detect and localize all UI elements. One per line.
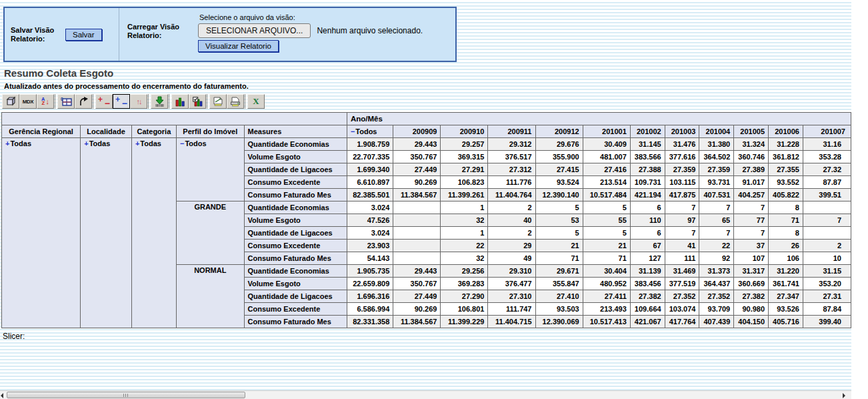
measure-cell[interactable]: Consumo Faturado Mes — [244, 252, 347, 265]
drill-member-icon: +− — [98, 96, 110, 107]
measure-cell[interactable]: Quantidade de Ligacoes — [244, 163, 347, 176]
mdx-icon: MDX — [23, 99, 33, 105]
pivot-table-container: Ano/MêsGerência RegionalLocalidadeCatego… — [1, 112, 851, 328]
swap-axes-button[interactable] — [75, 94, 92, 109]
measure-cell[interactable]: Consumo Excedente — [244, 303, 347, 316]
measure-cell[interactable]: Quantidade de Ligacoes — [244, 290, 347, 303]
value-cell: 31.16 — [803, 138, 851, 151]
measure-cell[interactable]: Quantidade Economias — [244, 202, 347, 214]
drill-marker-icon[interactable]: − — [351, 127, 355, 135]
value-cell: 350.767 — [393, 151, 441, 163]
pivot-table: Ano/MêsGerência RegionalLocalidadeCatego… — [1, 112, 851, 328]
value-cell: 87.87 — [803, 176, 851, 189]
page-subtitle: Atualizado antes do processamento do enc… — [4, 82, 249, 90]
drill-replace-icon: ↑↓ — [137, 97, 141, 105]
value-cell: 350.767 — [393, 278, 441, 290]
column-member: 200911 — [488, 125, 535, 138]
drill-marker-icon[interactable]: + — [5, 139, 9, 147]
measure-cell[interactable]: Consumo Faturado Mes — [244, 189, 347, 202]
value-cell: 87.84 — [803, 303, 851, 316]
value-cell: 27.449 — [393, 163, 441, 176]
value-cell: 55 — [583, 214, 630, 227]
show-chart-button[interactable] — [171, 94, 189, 109]
measure-cell[interactable]: Consumo Excedente — [244, 240, 347, 252]
toolbar-separator — [148, 94, 150, 109]
value-cell: 7 — [734, 227, 769, 240]
olap-navigator-button[interactable] — [2, 94, 19, 109]
perfil-member-cell[interactable]: −Todos — [176, 138, 244, 202]
row-member-cell[interactable]: +Todas — [131, 138, 176, 328]
value-cell: 37 — [734, 240, 769, 252]
value-cell: 29.310 — [488, 265, 535, 278]
drill-marker-icon[interactable]: + — [135, 139, 139, 147]
save-section: Salvar Visão Relatorio: Salvar — [5, 8, 119, 61]
value-cell: 417.875 — [665, 189, 699, 202]
measure-cell[interactable]: Quantidade Economias — [244, 138, 347, 151]
column-member: 201004 — [699, 125, 734, 138]
drill-marker-icon[interactable]: − — [180, 139, 184, 147]
value-cell: 27.359 — [699, 163, 734, 176]
perfil-member-cell[interactable]: GRANDE — [176, 202, 244, 265]
chart-config-icon — [193, 97, 203, 107]
save-button[interactable]: Salvar — [65, 29, 102, 41]
measure-cell[interactable]: Quantidade Economias — [244, 265, 347, 278]
value-cell: 93.524 — [535, 176, 583, 189]
view-report-button[interactable]: Visualizar Relatorio — [198, 40, 279, 52]
value-cell: 27.416 — [583, 163, 630, 176]
value-cell: 5 — [583, 227, 630, 240]
value-cell: 6.610.897 — [347, 176, 393, 189]
scroll-right-arrow-icon[interactable] — [843, 393, 845, 398]
value-cell: 54.143 — [347, 252, 393, 265]
chart-config-button[interactable] — [189, 94, 206, 109]
value-cell: 213.514 — [583, 176, 630, 189]
scrollbar-thumb[interactable] — [7, 392, 245, 398]
measure-cell[interactable]: Quantidade de Ligacoes — [244, 227, 347, 240]
horizontal-scrollbar[interactable] — [0, 390, 851, 399]
value-cell: 353.20 — [803, 278, 851, 290]
sort-button[interactable]: AZ ↓ — [37, 94, 54, 109]
value-cell: 7 — [734, 202, 769, 214]
view-form: Salvar Visão Relatorio: Salvar Carregar … — [3, 7, 457, 62]
scroll-left-arrow-icon[interactable] — [1, 393, 3, 398]
drill-member-button[interactable]: +− — [95, 94, 113, 109]
perfil-member-cell[interactable]: NORMAL — [176, 265, 244, 328]
value-cell: 27.290 — [441, 290, 488, 303]
measure-cell[interactable]: Consumo Excedente — [244, 176, 347, 189]
value-cell: 27.382 — [734, 290, 769, 303]
column-member-total[interactable]: −Todos — [347, 125, 393, 138]
show-parent-members-button[interactable]: 0 — [57, 94, 75, 109]
measure-cell[interactable]: Volume Esgoto — [244, 214, 347, 227]
row-member-cell[interactable]: +Todas — [81, 138, 132, 328]
value-cell: 27.31 — [803, 290, 851, 303]
value-cell: 8 — [769, 202, 803, 214]
drill-position-button[interactable]: +− — [113, 94, 130, 109]
value-cell: 22.707.335 — [347, 151, 393, 163]
print-config-icon — [213, 97, 223, 107]
mdx-editor-button[interactable]: MDX — [19, 94, 37, 109]
value-cell — [393, 252, 441, 265]
excel-icon: X — [253, 96, 259, 107]
value-cell: 27.310 — [488, 290, 535, 303]
value-cell: 417.764 — [665, 316, 699, 328]
column-member: 201002 — [630, 125, 665, 138]
row-member-cell[interactable]: +Todas — [2, 138, 81, 328]
value-cell: 11.384.567 — [393, 316, 441, 328]
load-section: Carregar Visão Relatorio: Selecione o ar… — [119, 8, 423, 61]
table-row: +Todas+Todas+Todas−TodosQuantidade Econo… — [2, 138, 851, 151]
measure-cell[interactable]: Consumo Faturado Mes — [244, 316, 347, 328]
print-config-button[interactable] — [209, 94, 227, 109]
value-cell: 213.493 — [583, 303, 630, 316]
select-file-button[interactable]: SELECIONAR ARQUIVO... — [198, 23, 311, 38]
print-button[interactable] — [227, 94, 244, 109]
measure-cell[interactable]: Volume Esgoto — [244, 151, 347, 163]
export-excel-button[interactable]: X — [247, 94, 265, 109]
drill-through-button[interactable] — [151, 94, 168, 109]
drill-marker-icon[interactable]: + — [84, 139, 88, 147]
value-cell: 71 — [583, 252, 630, 265]
value-cell: 22 — [699, 240, 734, 252]
value-cell: 107 — [734, 252, 769, 265]
drill-replace-button[interactable]: ↑↓ — [130, 94, 147, 109]
value-cell: 360.746 — [734, 151, 769, 163]
measure-cell[interactable]: Volume Esgoto — [244, 278, 347, 290]
value-cell: 40 — [488, 214, 535, 227]
